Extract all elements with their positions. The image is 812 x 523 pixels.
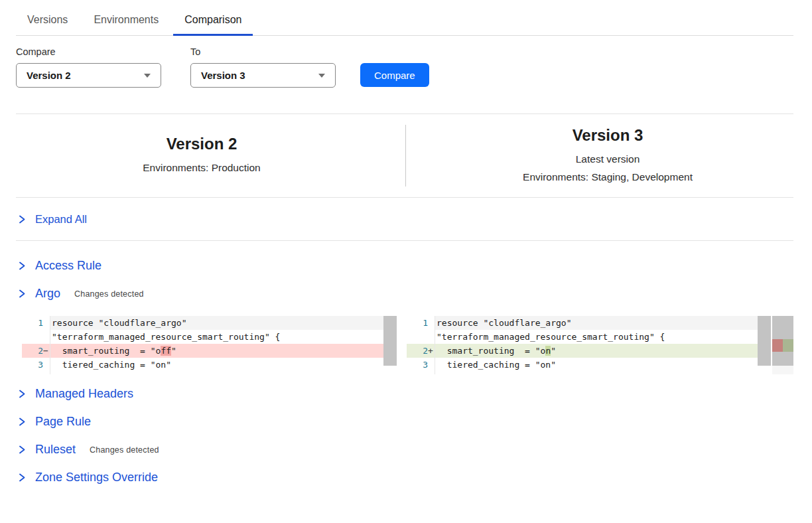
- line-number: 3: [38, 358, 43, 372]
- diff-right-content: 1 resource "cloudflare_argo" "terraform_…: [407, 316, 758, 374]
- diff-line-added: 2+ smart_routing = "on": [407, 344, 758, 358]
- code-text: tiered_caching = "on": [435, 358, 758, 372]
- section-page-rule[interactable]: Page Rule: [16, 414, 793, 429]
- ruler-removed-marker: [772, 339, 783, 352]
- tab-environments[interactable]: Environments: [82, 9, 170, 36]
- inline-diff-highlight: ff: [161, 346, 171, 356]
- diff-overview-ruler: [772, 316, 793, 374]
- tab-versions[interactable]: Versions: [16, 9, 79, 36]
- code-text: resource "cloudflare_argo": [435, 316, 758, 330]
- diff-line-wrap: "terraform_managed_resource_smart_routin…: [407, 330, 758, 344]
- left-editor-scrollbar[interactable]: [383, 316, 397, 374]
- chevron-right-icon: [18, 389, 26, 399]
- section-label: Zone Settings Override: [35, 471, 158, 485]
- tab-bar: Versions Environments Comparison: [16, 0, 793, 36]
- expand-all-toggle[interactable]: Expand All: [16, 198, 793, 241]
- resource-sections: Access Rule Argo Changes detected 1 reso…: [16, 258, 793, 485]
- code-text: tiered_caching = "on": [50, 358, 383, 372]
- compare-form: Compare Version 2 To Version 3 Compare: [16, 36, 793, 88]
- section-label: Ruleset: [35, 443, 76, 457]
- chevron-down-icon: [318, 74, 325, 78]
- changes-detected-badge: Changes detected: [90, 445, 159, 455]
- scrollbar-thumb[interactable]: [383, 316, 397, 366]
- diff-line: 3 tiered_caching = "on": [22, 358, 383, 372]
- diff-line: }: [407, 372, 758, 374]
- version-right-header: Version 3 Latest version Environments: S…: [387, 114, 793, 197]
- section-label: Access Rule: [35, 259, 102, 273]
- code-text: }: [435, 372, 758, 374]
- section-label: Page Rule: [35, 415, 91, 429]
- chevron-right-icon: [18, 289, 26, 299]
- section-zone-settings-override[interactable]: Zone Settings Override: [16, 470, 793, 485]
- left-version-environments: Environments: Production: [16, 159, 387, 177]
- expand-all-label: Expand All: [35, 213, 87, 226]
- diff-sign: [43, 358, 50, 372]
- section-access-rule[interactable]: Access Rule: [16, 258, 793, 273]
- argo-diff-preview: 1 resource "cloudflare_argo" "terraform_…: [22, 316, 793, 374]
- chevron-right-icon: [18, 261, 26, 271]
- chevron-right-icon: [18, 445, 26, 455]
- line-number: 1: [38, 316, 43, 330]
- changes-detected-badge: Changes detected: [74, 289, 144, 299]
- line-number: 2: [423, 344, 428, 358]
- compare-to-label: To: [190, 46, 336, 57]
- diff-sign: +: [428, 344, 435, 358]
- diff-left-editor: 1 resource "cloudflare_argo" "terraform_…: [22, 316, 397, 374]
- compare-button[interactable]: Compare: [360, 63, 429, 87]
- chevron-right-icon: [18, 473, 26, 483]
- compare-to-value: Version 3: [201, 70, 245, 81]
- comparison-page: Versions Environments Comparison Compare…: [0, 0, 812, 485]
- chevron-right-icon: [18, 417, 26, 427]
- comparison-header: Version 2 Environments: Production Versi…: [16, 113, 793, 198]
- version-left-header: Version 2 Environments: Production: [16, 114, 387, 197]
- right-version-environments: Environments: Staging, Development: [422, 168, 793, 186]
- chevron-down-icon: [144, 74, 151, 78]
- diff-left-content: 1 resource "cloudflare_argo" "terraform_…: [22, 316, 383, 374]
- code-text: smart_routing = "on": [435, 344, 758, 358]
- section-argo[interactable]: Argo Changes detected: [16, 286, 793, 301]
- ruler-added-marker: [783, 339, 793, 352]
- code-text: resource "cloudflare_argo": [50, 316, 383, 330]
- chevron-right-icon: [18, 214, 26, 224]
- diff-line: 1 resource "cloudflare_argo": [22, 316, 383, 330]
- diff-line-removed: 2− smart_routing = "off": [22, 344, 383, 358]
- code-text: }: [50, 372, 383, 374]
- left-version-title: Version 2: [16, 135, 387, 153]
- diff-line-wrap: "terraform_managed_resource_smart_routin…: [22, 330, 383, 344]
- vertical-divider: [405, 125, 406, 187]
- right-editor-scrollbar[interactable]: [758, 316, 771, 374]
- line-number: 2: [38, 344, 43, 358]
- right-version-title: Version 3: [422, 126, 793, 145]
- compare-to-field: To Version 3: [190, 36, 336, 88]
- diff-line: }: [22, 372, 383, 374]
- diff-sign: [43, 372, 50, 374]
- compare-to-select[interactable]: Version 3: [190, 63, 336, 88]
- section-label: Managed Headers: [35, 387, 133, 401]
- diff-sign: [43, 316, 50, 330]
- section-ruleset[interactable]: Ruleset Changes detected: [16, 442, 793, 457]
- scrollbar-thumb[interactable]: [758, 316, 771, 366]
- compare-from-label: Compare: [16, 46, 161, 57]
- diff-sign: −: [43, 344, 50, 358]
- diff-sign: [43, 330, 50, 344]
- line-number: 3: [423, 358, 428, 372]
- compare-from-field: Compare Version 2: [16, 36, 161, 88]
- diff-sign: [428, 358, 435, 372]
- diff-sign: [428, 372, 435, 374]
- tab-comparison[interactable]: Comparison: [173, 9, 253, 36]
- compare-from-select[interactable]: Version 2: [16, 63, 161, 88]
- code-text: smart_routing = "off": [50, 344, 383, 358]
- compare-from-value: Version 2: [27, 70, 71, 81]
- code-text: "terraform_managed_resource_smart_routin…: [50, 330, 383, 344]
- diff-line: 3 tiered_caching = "on": [407, 358, 758, 372]
- diff-right-editor: 1 resource "cloudflare_argo" "terraform_…: [407, 316, 793, 374]
- section-label: Argo: [35, 287, 60, 301]
- diff-sign: [428, 330, 435, 344]
- right-version-latest-label: Latest version: [422, 150, 793, 168]
- section-managed-headers[interactable]: Managed Headers: [16, 386, 793, 402]
- diff-sign: [428, 316, 435, 330]
- line-number: 1: [423, 316, 428, 330]
- diff-line: 1 resource "cloudflare_argo": [407, 316, 758, 330]
- code-text: "terraform_managed_resource_smart_routin…: [435, 330, 758, 344]
